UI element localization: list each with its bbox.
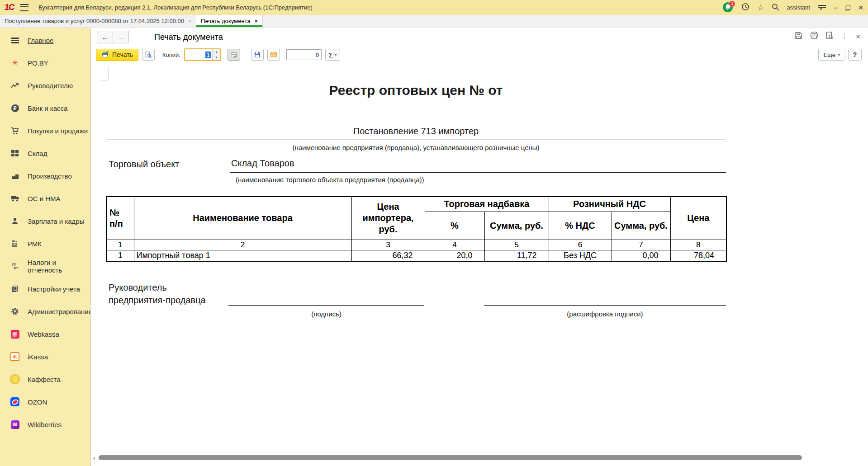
- save-icon[interactable]: [795, 32, 802, 41]
- signature-label: Руководитель предприятия-продавца: [109, 281, 206, 306]
- tab-close-icon[interactable]: ×: [188, 18, 191, 24]
- trend-chart-icon: [10, 82, 20, 89]
- copies-label: Копий:: [162, 52, 180, 58]
- col-header-importer-price: Цена импортера, руб.: [351, 197, 425, 240]
- sidebar-item-ozon[interactable]: OZON: [0, 391, 90, 413]
- panel-title: Печать документа: [154, 33, 223, 42]
- main-menu-icon[interactable]: [20, 4, 28, 11]
- more-dots-icon[interactable]: ⋮: [841, 33, 848, 40]
- history-icon[interactable]: [741, 3, 749, 12]
- sidebar-item-webkassa[interactable]: ▦ Webkassa: [0, 323, 90, 345]
- col-header-name: Наименование товара: [134, 197, 351, 240]
- cell-importer-price: 66,32: [351, 250, 425, 261]
- organization-name: Постановление 713 импортер: [106, 126, 726, 137]
- chevron-down-icon: ▾: [838, 53, 840, 57]
- preview-icon[interactable]: [826, 32, 834, 41]
- send-email-button[interactable]: [267, 49, 280, 61]
- 1c-logo: 1С: [5, 3, 14, 12]
- cell-markup-sum: 11,72: [484, 250, 549, 261]
- scroll-left-icon[interactable]: ◂: [93, 456, 95, 461]
- sidebar-item-proizvodstvo[interactable]: Производство: [0, 165, 90, 187]
- sidebar-item-nalogi[interactable]: Дт Кт Налоги и отчетность: [0, 255, 90, 278]
- tab-print-document[interactable]: Печать документа ×: [196, 15, 263, 27]
- save-file-button[interactable]: [251, 49, 264, 61]
- favorites-star-icon[interactable]: ☆: [757, 4, 764, 11]
- spin-down-icon[interactable]: ▼: [213, 55, 220, 61]
- ruble-coin-icon: ₽: [10, 104, 20, 112]
- app-title: Бухгалтерия для Беларуси, редакция 2.1. …: [38, 4, 313, 11]
- window-close-button[interactable]: ✕: [858, 4, 863, 11]
- cell-product-name: Импортный товар 1: [134, 250, 351, 261]
- print-button[interactable]: Печать: [96, 49, 138, 61]
- sum-function-button[interactable]: Σ ▾: [325, 49, 340, 61]
- preview-button[interactable]: [142, 49, 155, 61]
- more-actions-button[interactable]: Еще ▾: [818, 49, 845, 61]
- cell-price: 78,04: [670, 250, 726, 261]
- sidebar-item-sklad[interactable]: Склад: [0, 142, 90, 165]
- horizontal-scrollbar-thumb[interactable]: [99, 455, 802, 460]
- panel-close-icon[interactable]: ✕: [855, 33, 861, 40]
- forward-button[interactable]: →: [113, 31, 129, 43]
- sidebar-item-wildberries[interactable]: W Wildberries: [0, 413, 90, 436]
- menu-bars-icon: [10, 38, 20, 43]
- chevron-down-icon: ▾: [335, 53, 337, 57]
- copies-stepper[interactable]: 1 ▲ ▼: [184, 48, 221, 61]
- search-icon[interactable]: [772, 3, 779, 12]
- panel-header: ← → Печать документа ⋮ ✕: [91, 28, 868, 47]
- signature-caption: (подпись): [228, 310, 424, 318]
- sidebar-item-rmk[interactable]: РМК: [0, 232, 90, 255]
- window-titlebar: 1С Бухгалтерия для Беларуси, редакция 2.…: [0, 0, 868, 15]
- price-register-table: № п/п Наименование товара Цена импортера…: [106, 196, 727, 262]
- debit-credit-icon: Дт Кт: [10, 263, 20, 270]
- sidebar-item-administrirovanie[interactable]: Администрирование: [0, 300, 90, 323]
- gear-icon: [10, 307, 20, 315]
- col-header-sum2: Сумма, руб.: [612, 212, 670, 240]
- service-menu-icon[interactable]: [818, 5, 826, 10]
- notifications-button[interactable]: 1: [723, 2, 734, 13]
- truck-icon: [10, 195, 20, 202]
- spin-up-icon[interactable]: ▲: [213, 49, 220, 55]
- minimize-button[interactable]: –: [834, 4, 837, 11]
- current-user[interactable]: assistant: [787, 4, 810, 11]
- print-toolbar: Печать Копий: 1 ▲ ▼: [91, 47, 868, 63]
- trade-object-label: Торговый объект: [109, 159, 179, 169]
- col-group-markup: Торговая надбавка: [425, 197, 549, 212]
- help-button[interactable]: ?: [848, 49, 862, 61]
- sidebar-item-glavnoe[interactable]: Главное: [0, 29, 90, 52]
- open-windows-tabbar: Поступление товаров и услуг 0000-000088 …: [0, 15, 868, 28]
- sidebar-item-rukovoditelyu[interactable]: Руководителю: [0, 74, 90, 97]
- col-header-np: № п/п: [106, 197, 134, 240]
- cash-register-icon: [10, 240, 20, 247]
- col-header-price: Цена: [670, 197, 726, 240]
- sidebar-item-ikassa[interactable]: iK iKassa: [0, 345, 90, 368]
- printer-check-icon: [101, 51, 109, 59]
- sidebar-item-nastroyki-ucheta[interactable]: Настройки учета: [0, 278, 90, 300]
- edit-table-button[interactable]: [228, 49, 240, 61]
- cell-vat-percent: Без НДС: [549, 250, 612, 261]
- back-button[interactable]: ←: [97, 31, 113, 43]
- col-header-vat-percent: % НДС: [549, 212, 612, 240]
- copies-input[interactable]: 1: [185, 49, 212, 60]
- wildberries-logo-icon: W: [10, 420, 20, 429]
- print-document-panel: ← → Печать документа ⋮ ✕: [90, 28, 868, 466]
- tab-close-icon[interactable]: ×: [255, 18, 258, 24]
- sigma-icon: Σ: [329, 51, 333, 59]
- sidebar-item-zarplata-kadry[interactable]: Зарплата и кадры: [0, 210, 90, 232]
- autosum-field[interactable]: [286, 49, 322, 60]
- spreadsheet-document[interactable]: Реестр оптовых цен № от Постановление 71…: [91, 63, 868, 466]
- restore-button[interactable]: [845, 5, 850, 10]
- sidebar-item-poby[interactable]: ✳ PO.BY: [0, 52, 90, 74]
- sidebar-item-bank-kassa[interactable]: ₽ Банк и касса: [0, 97, 90, 119]
- sidebar-item-pokupki-prodazhi[interactable]: Покупки и продажи: [0, 119, 90, 142]
- org-underline: [106, 140, 726, 140]
- print-icon[interactable]: [810, 32, 818, 41]
- factory-icon: [10, 172, 20, 179]
- col-group-vat: Розничный НДС: [549, 197, 670, 212]
- tab-receipt-document[interactable]: Поступление товаров и услуг 0000-000088 …: [0, 15, 196, 27]
- cell-markup-percent: 20,0: [425, 250, 484, 261]
- sidebar-item-kaffesta[interactable]: Каффеста: [0, 368, 90, 391]
- webkassa-calculator-icon: ▦: [10, 330, 20, 339]
- shopping-cart-icon: [10, 127, 20, 135]
- sidebar-item-os-nma[interactable]: ОС и НМА: [0, 187, 90, 210]
- sheet-corner: [100, 67, 109, 80]
